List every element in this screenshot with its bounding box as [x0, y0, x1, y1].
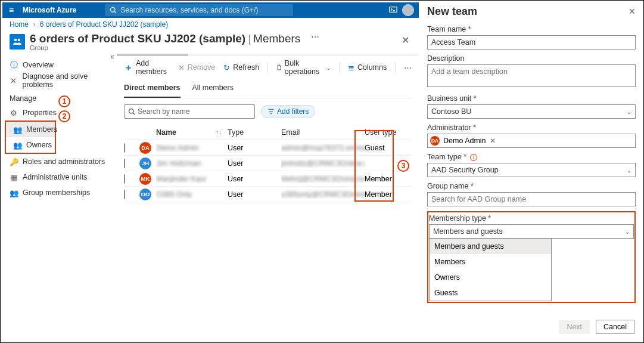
close-blade-icon[interactable]: ✕	[399, 32, 412, 48]
azure-topbar: ≡ Microsoft Azure Search resources, serv…	[2, 2, 419, 18]
search-icon	[110, 7, 117, 14]
svg-line-1	[114, 11, 116, 13]
team-type-select[interactable]: AAD Security Group⌄	[427, 163, 636, 177]
cell-email: o365only@CRMC3Online.onmicrosoft.com	[281, 190, 365, 199]
svg-point-3	[14, 39, 17, 42]
annotation-callout-3: 3	[397, 160, 409, 172]
svg-point-5	[129, 109, 134, 114]
membership-option[interactable]: Guests	[430, 285, 551, 301]
left-nav: « ⓘOverview ✕Diagnose and solve problems…	[2, 54, 117, 213]
columns-button[interactable]: ≣Columns	[348, 63, 387, 72]
new-team-panel: New team ✕ Team name * Description Busin…	[421, 2, 642, 341]
horizontal-scrollbar[interactable]	[117, 54, 419, 56]
row-checkbox[interactable]	[124, 174, 125, 184]
sort-asc-icon[interactable]: ↑↓	[216, 129, 228, 135]
collapse-nav-icon[interactable]: «	[110, 52, 114, 61]
cell-name: O365 Only	[156, 190, 216, 199]
nav-roles[interactable]: 🔑Roles and administrators	[2, 154, 117, 169]
svg-point-4	[18, 39, 21, 42]
info-icon[interactable]: i	[470, 154, 477, 161]
remove-admin-icon[interactable]: ✕	[490, 137, 496, 145]
member-search-input[interactable]: Search by name	[124, 104, 255, 119]
cell-type: User	[228, 190, 281, 199]
tab-all-members[interactable]: All members	[192, 80, 234, 98]
page-title: 6 orders of Product SKU JJ202 (sample)|M…	[30, 32, 300, 45]
group-name-input[interactable]	[427, 192, 636, 206]
nav-admin-units[interactable]: ▦Administrative units	[2, 169, 117, 185]
administrator-label: Administrator *	[427, 123, 636, 132]
cell-email: admin@msp76372.onmicrosoft.com	[281, 144, 365, 152]
breadcrumb-current[interactable]: 6 orders of Product SKU JJ202 (sample)	[40, 20, 168, 29]
global-search-placeholder: Search resources, services, and docs (G+…	[120, 6, 258, 14]
team-name-input[interactable]	[427, 35, 636, 50]
member-tabs: Direct members All members	[124, 80, 412, 98]
nav-overview[interactable]: ⓘOverview	[2, 57, 117, 73]
tab-direct-members[interactable]: Direct members	[124, 80, 181, 98]
admin-avatar: DA	[430, 136, 440, 146]
global-search-input[interactable]: Search resources, services, and docs (G+…	[105, 4, 293, 16]
breadcrumb: Home › 6 orders of Product SKU JJ202 (sa…	[2, 18, 419, 31]
remove-button[interactable]: ✕Remove	[178, 63, 216, 72]
next-button[interactable]: Next	[559, 320, 590, 334]
document-icon	[276, 64, 282, 71]
overflow-button[interactable]: ⋯	[404, 63, 412, 72]
chevron-down-icon: ⌄	[625, 228, 630, 235]
chevron-down-icon: ⌄	[627, 109, 631, 115]
membership-type-dropdown: Members and guests Members Owners Guests	[429, 238, 552, 301]
annotation-callout-1: 1	[58, 95, 70, 107]
user-avatar[interactable]	[402, 4, 414, 16]
user-avatar-icon: MK	[139, 173, 151, 185]
membership-type-label: Membership type *	[429, 214, 634, 223]
description-input[interactable]	[427, 64, 636, 87]
panel-title: New team	[427, 5, 477, 18]
cell-email: jimholtz@CRMC3Online.onmicrosoft.com	[281, 159, 365, 168]
nav-owners[interactable]: 👥Owners	[6, 137, 55, 153]
chevron-down-icon: ⌄	[627, 167, 631, 174]
brand-label: Microsoft Azure	[23, 6, 76, 14]
nav-diagnose[interactable]: ✕Diagnose and solve problems	[2, 73, 117, 88]
cell-name: Manjinder Kaur	[156, 175, 216, 183]
cell-name: Demo Admin	[156, 144, 216, 152]
admin-name: Demo Admin	[443, 137, 486, 145]
membership-type-select[interactable]: Members and guests⌄	[429, 224, 634, 239]
col-name[interactable]: Name	[156, 128, 216, 137]
cell-email: Mehrij@CRMC3Onmicrosoft.com	[281, 175, 365, 183]
business-unit-label: Business unit *	[427, 94, 636, 103]
nav-members[interactable]: 👥Members	[6, 122, 55, 137]
col-type[interactable]: Type	[228, 128, 281, 137]
close-panel-icon[interactable]: ✕	[629, 7, 636, 16]
cell-type: User	[228, 144, 281, 152]
refresh-button[interactable]: ↻Refresh	[223, 63, 259, 72]
cell-type: User	[228, 159, 281, 168]
nav-group-memberships[interactable]: 👥Group memberships	[2, 185, 117, 200]
row-checkbox[interactable]	[124, 159, 125, 168]
membership-option[interactable]: Members	[430, 254, 551, 270]
business-unit-select[interactable]: Contoso BU⌄	[427, 104, 636, 119]
membership-option[interactable]: Members and guests	[430, 239, 551, 254]
administrator-input[interactable]: DA Demo Admin ✕	[427, 134, 636, 148]
description-label: Description	[427, 54, 636, 63]
annotation-callout-2: 2	[58, 110, 70, 122]
membership-option[interactable]: Owners	[430, 270, 551, 285]
add-filters-button[interactable]: Add filters	[261, 105, 315, 118]
add-members-button[interactable]: ＋Add members	[124, 59, 170, 76]
row-checkbox[interactable]	[124, 190, 125, 199]
group-name-label: Group name *	[427, 182, 636, 190]
cloud-shell-icon[interactable]	[389, 5, 397, 16]
user-avatar-icon: JH	[139, 157, 151, 169]
svg-line-6	[133, 113, 135, 115]
command-bar: ＋Add members ✕Remove ↻Refresh Bulk opera…	[124, 57, 412, 78]
cancel-button[interactable]: Cancel	[596, 320, 634, 334]
col-email[interactable]: Email	[281, 128, 365, 137]
cell-name: Jim Holtzman	[156, 159, 216, 168]
more-icon[interactable]: ⋯	[307, 32, 323, 42]
bulk-operations-button[interactable]: Bulk operations⌄	[276, 59, 331, 76]
hamburger-icon[interactable]: ≡	[2, 5, 20, 15]
group-icon	[10, 34, 25, 50]
row-checkbox[interactable]	[124, 143, 125, 153]
svg-point-0	[111, 8, 116, 13]
breadcrumb-home[interactable]: Home	[10, 20, 29, 29]
cell-type: User	[228, 175, 281, 183]
user-avatar-icon: DA	[139, 142, 151, 154]
user-avatar-icon: OO	[139, 189, 151, 200]
